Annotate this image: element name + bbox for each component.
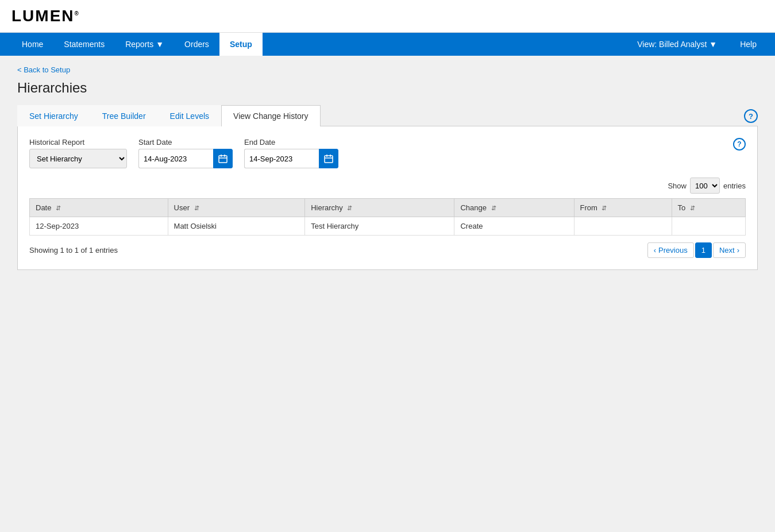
pagination-info: Showing 1 to 1 of 1 entries [29,246,118,255]
top-header: LUMEN® [0,0,775,33]
nav-left: Home Statements Reports ▼ Orders Setup [11,33,263,56]
back-to-setup-link[interactable]: < Back to Setup [17,65,70,74]
table-header-row: Date ⇵ User ⇵ Hierarchy ⇵ Change ⇵ [30,199,746,217]
nav-right: View: Billed Analyst ▼ Help [630,33,764,56]
start-date-group: Start Date [138,138,233,168]
end-date-group: End Date [244,138,338,168]
nav-view-analyst[interactable]: View: Billed Analyst ▼ [630,33,724,56]
card-help-icon[interactable]: ? [733,138,746,151]
cell-change: Create [454,217,574,236]
svg-rect-4 [325,156,333,163]
nav-help[interactable]: Help [733,33,764,56]
col-user[interactable]: User ⇵ [168,199,305,217]
start-date-calendar-button[interactable] [213,149,233,168]
pagination-buttons: ‹ Previous 1 Next › [647,242,746,258]
tabs-container: Set Hierarchy Tree Builder Edit Levels V… [17,105,758,126]
historical-report-label: Historical Report [29,138,127,147]
sort-change-icon: ⇵ [491,205,496,211]
start-date-input-group [138,149,233,168]
cell-date: 12-Sep-2023 [30,217,168,236]
historical-report-group: Historical Report Set Hierarchy Tree Bui… [29,138,127,168]
table-row: 12-Sep-2023 Matt Osielski Test Hierarchy… [30,217,746,236]
end-date-calendar-button[interactable] [319,149,338,168]
end-date-label: End Date [244,138,338,147]
content-area: < Back to Setup Hierarchies ? Set Hierar… [0,56,775,279]
nav-statements[interactable]: Statements [53,33,115,56]
cell-user: Matt Osielski [168,217,305,236]
page-title: Hierarchies [17,80,758,96]
sort-to-icon: ⇵ [690,205,695,211]
cell-hierarchy: Test Hierarchy [305,217,454,236]
end-date-input-group [244,149,338,168]
pagination-row: Showing 1 to 1 of 1 entries ‹ Previous 1… [29,242,746,258]
table-body: 12-Sep-2023 Matt Osielski Test Hierarchy… [30,217,746,236]
col-change[interactable]: Change ⇵ [454,199,574,217]
sort-user-icon: ⇵ [194,205,199,211]
start-date-label: Start Date [138,138,233,147]
entries-label: entries [723,182,746,190]
svg-rect-0 [219,156,227,163]
nav-setup[interactable]: Setup [219,33,263,56]
sort-date-icon: ⇵ [56,205,61,211]
logo: LUMEN® [11,7,764,25]
sort-hierarchy-icon: ⇵ [347,205,352,211]
end-date-input[interactable] [244,149,319,168]
tab-tree-builder[interactable]: Tree Builder [90,105,158,126]
nav-reports[interactable]: Reports ▼ [115,33,174,56]
col-to[interactable]: To ⇵ [672,199,745,217]
cell-to [672,217,745,236]
tab-set-hierarchy[interactable]: Set Hierarchy [17,105,90,126]
start-date-input[interactable] [138,149,213,168]
page-1-button[interactable]: 1 [695,242,712,258]
analyst-dropdown-icon: ▼ [709,40,717,49]
col-date[interactable]: Date ⇵ [30,199,168,217]
show-entries-row: Show 10 25 50 100 entries [29,178,746,194]
show-label: Show [668,182,687,190]
calendar-icon-2 [324,154,333,163]
historical-report-select[interactable]: Set Hierarchy Tree Builder Edit Levels [29,149,127,168]
show-entries-select[interactable]: 10 25 50 100 [690,178,720,194]
tab-edit-levels[interactable]: Edit Levels [158,105,221,126]
nav-home[interactable]: Home [11,33,53,56]
history-table: Date ⇵ User ⇵ Hierarchy ⇵ Change ⇵ [29,198,746,236]
reports-dropdown-icon: ▼ [156,40,164,49]
col-from[interactable]: From ⇵ [574,199,672,217]
chevron-left-icon: ‹ [654,246,656,255]
col-hierarchy[interactable]: Hierarchy ⇵ [305,199,454,217]
nav-bar: Home Statements Reports ▼ Orders Setup V… [0,33,775,56]
cell-from [574,217,672,236]
next-button[interactable]: Next › [713,242,746,258]
calendar-icon [218,154,228,163]
main-card: ? Historical Report Set Hierarchy Tree B… [17,126,758,270]
sort-from-icon: ⇵ [602,205,607,211]
filter-form: Historical Report Set Hierarchy Tree Bui… [29,138,746,168]
page-help-icon[interactable]: ? [744,109,758,123]
chevron-right-icon: › [737,246,739,255]
previous-button[interactable]: ‹ Previous [647,242,694,258]
tab-view-change-history[interactable]: View Change History [221,105,320,126]
nav-orders[interactable]: Orders [174,33,219,56]
